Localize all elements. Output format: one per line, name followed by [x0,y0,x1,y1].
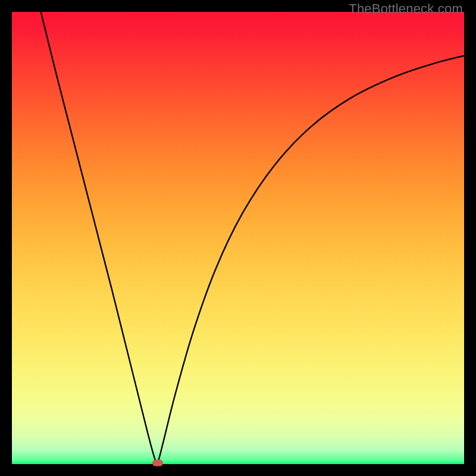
watermark-text: TheBottleneck.com [349,1,463,17]
minimum-point-marker [152,459,163,466]
bottleneck-curve [12,12,464,464]
